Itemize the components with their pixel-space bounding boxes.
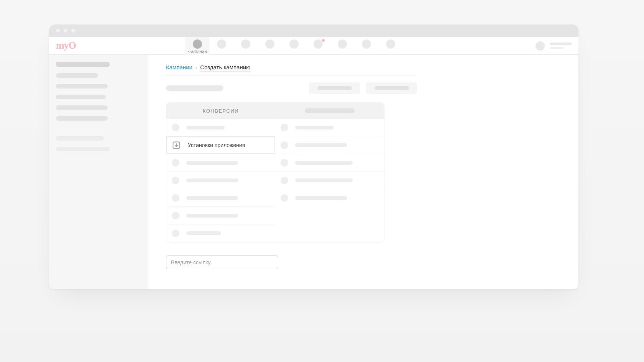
tab-campaigns[interactable]: КАМПАНИИ [185, 37, 209, 55]
tab-item[interactable]: . [282, 37, 306, 55]
chrome-dot [64, 29, 67, 33]
goal-option[interactable] [166, 224, 275, 242]
column-header-conversions: КОНВЕРСИИ [166, 103, 275, 119]
sidebar-item[interactable] [56, 95, 106, 99]
top-tabs: КАМПАНИИ . . . . . . . . [185, 37, 402, 55]
browser-window: myO КАМПАНИИ . . . . . . . . [49, 25, 578, 289]
goal-option[interactable] [166, 172, 275, 189]
tab-item[interactable]: . [306, 37, 330, 55]
chrome-dot [56, 29, 60, 33]
sidebar-item[interactable] [56, 136, 104, 141]
sidebar-item[interactable] [56, 147, 110, 151]
filter-chip[interactable] [366, 82, 417, 94]
tab-item[interactable]: . [258, 37, 282, 55]
tab-icon-placeholder [241, 39, 250, 49]
main-content: Кампании › Создать кампанию КОНВЕРСИИ [148, 55, 578, 289]
subheader-row [166, 82, 417, 94]
user-menu[interactable] [536, 37, 572, 55]
goal-option[interactable] [166, 189, 275, 207]
sidebar-item[interactable] [56, 73, 98, 78]
goal-selection-card: КОНВЕРСИИ Устан [166, 102, 384, 242]
goal-option[interactable] [166, 119, 275, 136]
tab-icon-placeholder [217, 39, 226, 49]
tab-icon-placeholder [338, 39, 347, 49]
goal-option[interactable] [275, 119, 384, 136]
breadcrumb-separator: › [196, 65, 197, 70]
tab-icon-placeholder [193, 39, 202, 49]
breadcrumb-current: Создать кампанию [200, 64, 250, 72]
section-title-placeholder [166, 85, 223, 91]
tab-item[interactable]: . [354, 37, 378, 55]
avatar [536, 41, 545, 51]
notification-badge-icon [322, 39, 325, 42]
tab-icon-placeholder [314, 39, 323, 49]
tab-icon-placeholder [265, 39, 274, 49]
sidebar-item[interactable] [56, 116, 108, 121]
tab-label: КАМПАНИИ [187, 49, 207, 54]
link-input[interactable] [166, 256, 278, 269]
tab-icon-placeholder [289, 39, 299, 49]
sidebar-item[interactable] [56, 105, 108, 110]
goal-option[interactable] [275, 172, 384, 189]
tab-item[interactable]: . [233, 37, 258, 55]
tab-item[interactable]: . [330, 37, 354, 55]
download-icon [172, 141, 181, 150]
tab-item[interactable]: . [209, 37, 233, 55]
tab-icon-placeholder [362, 39, 371, 49]
user-name-placeholder [550, 43, 572, 49]
app-header: myO КАМПАНИИ . . . . . . . . [49, 37, 578, 55]
tab-item[interactable]: . [378, 37, 402, 55]
goal-option[interactable] [275, 136, 384, 154]
tab-icon-placeholder [386, 39, 395, 49]
goal-option-label: Установки приложения [188, 142, 245, 148]
breadcrumb: Кампании › Создать кампанию [166, 64, 560, 72]
breadcrumb-root-link[interactable]: Кампании [166, 64, 192, 70]
goal-option[interactable] [166, 207, 275, 224]
app-logo: myO [56, 40, 79, 51]
goal-option[interactable] [275, 189, 384, 207]
sidebar [49, 55, 148, 289]
column-header-placeholder [275, 103, 384, 119]
sidebar-item[interactable] [56, 84, 108, 88]
goal-option[interactable] [166, 154, 275, 172]
sidebar-item[interactable] [56, 62, 110, 67]
filter-chip[interactable] [309, 82, 360, 94]
goal-option-app-installs[interactable]: Установки приложения [166, 136, 275, 154]
browser-chrome [49, 25, 578, 37]
chrome-dot [71, 29, 75, 33]
goal-option[interactable] [275, 154, 384, 172]
